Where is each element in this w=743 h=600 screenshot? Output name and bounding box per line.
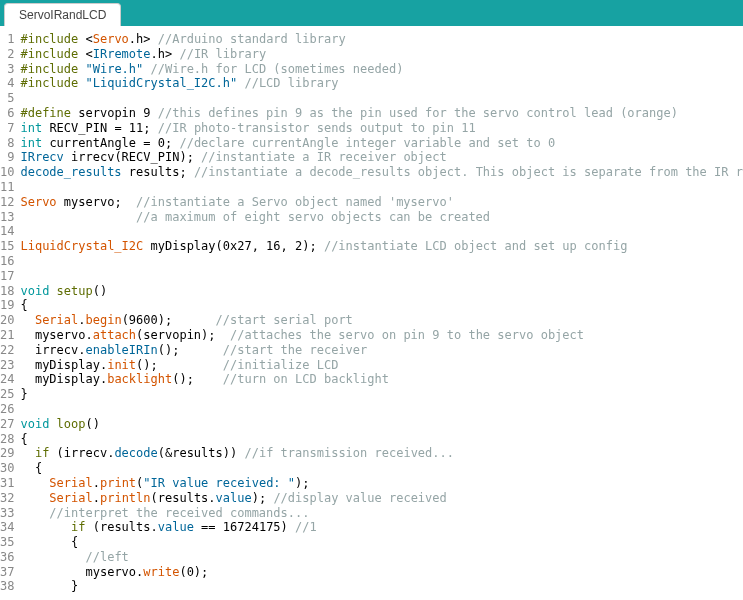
line-number: 22 [0,343,14,358]
line-number: 3 [0,62,14,77]
line-number: 25 [0,387,14,402]
code-line[interactable]: int currentAngle = 0; //declare currentA… [20,136,743,151]
code-line[interactable]: #include "Wire.h" //Wire.h for LCD (some… [20,62,743,77]
code-line[interactable]: LiquidCrystal_I2C myDisplay(0x27, 16, 2)… [20,239,743,254]
line-number: 29 [0,446,14,461]
code-line[interactable]: int RECV_PIN = 11; //IR photo-transistor… [20,121,743,136]
code-line[interactable]: void setup() [20,284,743,299]
line-number: 14 [0,224,14,239]
code-line[interactable] [20,269,743,284]
code-line[interactable]: Serial.print("IR value received: "); [20,476,743,491]
line-number: 30 [0,461,14,476]
code-line[interactable] [20,91,743,106]
tab-servoirandlcd[interactable]: ServoIRandLCD [4,3,121,26]
line-number: 10 [0,165,14,180]
code-area[interactable]: #include <Servo.h> //Arduino standard li… [20,32,743,594]
line-number: 24 [0,372,14,387]
code-line[interactable]: //interpret the received commands... [20,506,743,521]
line-number: 6 [0,106,14,121]
line-number: 15 [0,239,14,254]
line-number: 1 [0,32,14,47]
code-line[interactable]: irrecv.enableIRIn(); //start the receive… [20,343,743,358]
code-line[interactable]: myservo.attach(servopin); //attaches the… [20,328,743,343]
line-number: 35 [0,535,14,550]
line-number: 20 [0,313,14,328]
line-number: 13 [0,210,14,225]
line-number: 17 [0,269,14,284]
code-line[interactable]: } [20,387,743,402]
line-number: 28 [0,432,14,447]
code-line[interactable]: Servo myservo; //instantiate a Servo obj… [20,195,743,210]
code-line[interactable]: if (irrecv.decode(&results)) //if transm… [20,446,743,461]
code-editor[interactable]: 1234567891011121314151617181920212223242… [0,26,743,594]
code-line[interactable]: { [20,298,743,313]
line-number: 38 [0,579,14,594]
tab-bar: ServoIRandLCD [0,0,743,26]
line-number: 31 [0,476,14,491]
code-line[interactable]: myDisplay.init(); //initialize LCD [20,358,743,373]
line-number: 11 [0,180,14,195]
line-number: 9 [0,150,14,165]
line-number: 36 [0,550,14,565]
line-number: 7 [0,121,14,136]
line-number: 19 [0,298,14,313]
code-line[interactable] [20,180,743,195]
line-number: 12 [0,195,14,210]
code-line[interactable]: IRrecv irrecv(RECV_PIN); //instantiate a… [20,150,743,165]
line-number: 8 [0,136,14,151]
code-line[interactable]: { [20,535,743,550]
code-line[interactable]: if (results.value == 16724175) //1 [20,520,743,535]
code-line[interactable]: Serial.println(results.value); //display… [20,491,743,506]
line-number: 32 [0,491,14,506]
code-line[interactable] [20,224,743,239]
code-line[interactable]: #include <Servo.h> //Arduino standard li… [20,32,743,47]
code-line[interactable]: #define servopin 9 //this defines pin 9 … [20,106,743,121]
line-number: 27 [0,417,14,432]
code-line[interactable] [20,254,743,269]
line-number: 34 [0,520,14,535]
code-line[interactable]: myservo.write(0); [20,565,743,580]
line-number: 2 [0,47,14,62]
line-number: 23 [0,358,14,373]
line-number: 4 [0,76,14,91]
code-line[interactable]: { [20,461,743,476]
line-number: 16 [0,254,14,269]
code-line[interactable]: #include <IRremote.h> //IR library [20,47,743,62]
code-line[interactable] [20,402,743,417]
code-line[interactable]: myDisplay.backlight(); //turn on LCD bac… [20,372,743,387]
line-number-gutter: 1234567891011121314151617181920212223242… [0,32,20,594]
line-number: 37 [0,565,14,580]
code-line[interactable]: } [20,579,743,594]
line-number: 33 [0,506,14,521]
code-line[interactable]: #include "LiquidCrystal_I2C.h" //LCD lib… [20,76,743,91]
code-line[interactable]: { [20,432,743,447]
line-number: 5 [0,91,14,106]
code-line[interactable]: //a maximum of eight servo objects can b… [20,210,743,225]
code-line[interactable]: void loop() [20,417,743,432]
line-number: 26 [0,402,14,417]
code-line[interactable]: Serial.begin(9600); //start serial port [20,313,743,328]
code-line[interactable]: //left [20,550,743,565]
line-number: 21 [0,328,14,343]
line-number: 18 [0,284,14,299]
code-line[interactable]: decode_results results; //instantiate a … [20,165,743,180]
